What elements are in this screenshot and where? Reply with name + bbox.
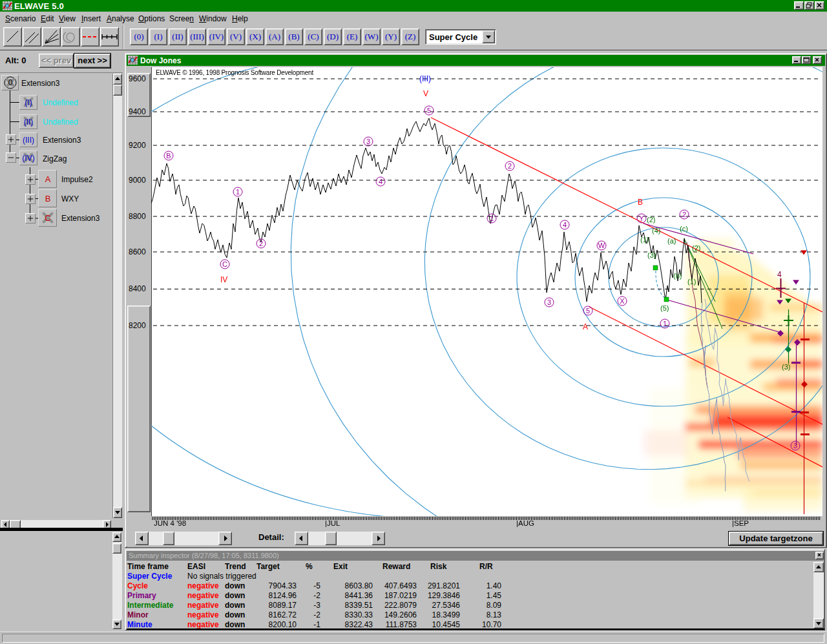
- svg-text:2: 2: [508, 162, 512, 170]
- svg-text:|JUL: |JUL: [325, 519, 340, 527]
- svg-text:(2): (2): [692, 244, 700, 252]
- svg-text:1: 1: [236, 188, 240, 196]
- svg-text:C: C: [222, 260, 227, 268]
- svg-text:JUN 4 '98: JUN 4 '98: [154, 519, 186, 527]
- svg-text:|SEP: |SEP: [732, 519, 749, 527]
- svg-text:(IV): (IV): [22, 154, 34, 163]
- svg-text:B: B: [638, 198, 643, 207]
- svg-text:X: X: [620, 297, 625, 305]
- svg-text:3: 3: [366, 138, 370, 145]
- svg-text:4: 4: [379, 178, 382, 185]
- svg-text:V: V: [423, 89, 428, 98]
- svg-text:5: 5: [586, 307, 590, 315]
- svg-text:0: 0: [8, 78, 13, 87]
- svg-text:IV: IV: [220, 275, 227, 284]
- svg-text:(3): (3): [782, 363, 790, 371]
- svg-text:B: B: [45, 194, 51, 203]
- svg-text:4: 4: [777, 270, 782, 279]
- svg-text:ELWAVE © 1996, 1998 Prognosis: ELWAVE © 1996, 1998 Prognosis Software D…: [156, 69, 313, 76]
- svg-text:(4): (4): [652, 227, 660, 234]
- svg-text:A: A: [583, 322, 588, 331]
- svg-text:3: 3: [547, 298, 551, 306]
- svg-text:B: B: [166, 152, 171, 160]
- svg-text:3: 3: [793, 442, 797, 450]
- svg-text:1: 1: [490, 214, 494, 222]
- svg-text:1: 1: [663, 320, 667, 327]
- svg-text:|AUG: |AUG: [516, 519, 534, 527]
- svg-text:(III): (III): [419, 74, 431, 83]
- svg-text:(3): (3): [647, 251, 656, 259]
- svg-text:(1): (1): [687, 278, 696, 286]
- svg-text:W: W: [598, 242, 605, 249]
- svg-text:Y: Y: [639, 214, 644, 222]
- svg-text:C: C: [45, 213, 50, 223]
- svg-text:(2): (2): [647, 216, 655, 223]
- svg-text:(5): (5): [660, 304, 669, 312]
- svg-text:2: 2: [682, 211, 686, 218]
- svg-text:5: 5: [427, 107, 431, 114]
- svg-text:(a): (a): [667, 237, 676, 245]
- svg-text:A: A: [45, 174, 51, 184]
- svg-text:(b): (b): [673, 272, 682, 280]
- svg-text:(II): (II): [24, 118, 34, 127]
- svg-text:2: 2: [259, 240, 263, 247]
- svg-text:(III): (III): [23, 136, 34, 145]
- svg-text:(c): (c): [680, 225, 688, 233]
- svg-text:(1): (1): [640, 236, 649, 244]
- svg-text:4: 4: [563, 221, 567, 229]
- svg-text:(I): (I): [25, 98, 32, 107]
